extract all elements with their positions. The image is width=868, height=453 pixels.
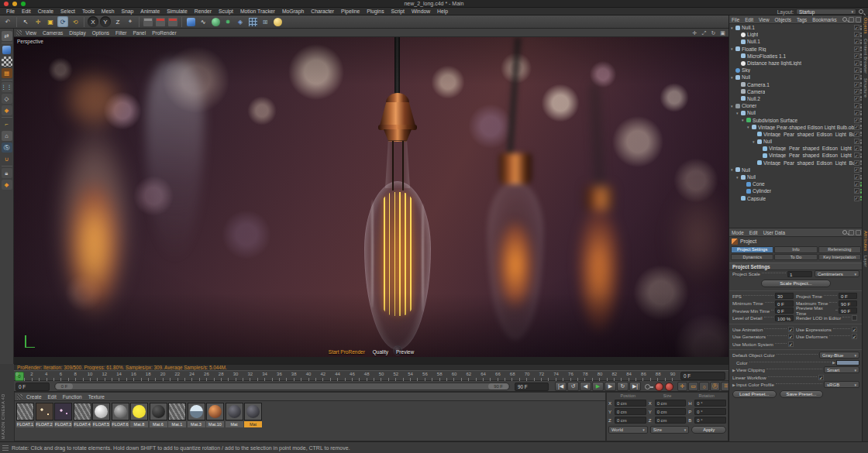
- enable-checkbox[interactable]: ✓: [854, 160, 859, 166]
- previous-frame-button[interactable]: ◀: [580, 382, 591, 391]
- material-mat-6[interactable]: Mat.6: [150, 403, 167, 427]
- panel-menu-icon[interactable]: [856, 17, 861, 22]
- enable-checkbox[interactable]: ✓: [854, 125, 859, 130]
- color-swatch[interactable]: [836, 360, 859, 365]
- material-float-3[interactable]: FLOAT.3: [54, 403, 72, 427]
- rotation-p-input[interactable]: 0 °: [694, 408, 726, 415]
- tree-item-vintage-pear-shaped-edison-light-bulb-screw-cap[interactable]: Vintage_Pear_shaped_Edison_Light_Bulb_sc…: [729, 131, 863, 138]
- add-deformer-button[interactable]: ◈: [235, 16, 246, 27]
- apply-button[interactable]: Apply: [691, 426, 726, 434]
- rotate-tool-icon[interactable]: ⟳: [57, 16, 68, 27]
- add-light-button[interactable]: [272, 16, 283, 27]
- object-manager-menu-file[interactable]: File: [732, 17, 739, 22]
- keyframe-icon[interactable]: [643, 382, 653, 391]
- project-time-input[interactable]: 0 F: [839, 293, 857, 299]
- viewport-menu-view[interactable]: View: [26, 30, 36, 36]
- object-manager-menu-bookmarks[interactable]: Bookmarks: [812, 17, 837, 22]
- edges-mode-icon[interactable]: ◇: [2, 94, 12, 104]
- coordinate-space-dropdown[interactable]: World▾: [608, 426, 648, 434]
- tab-info[interactable]: Info: [774, 246, 817, 253]
- enable-checkbox[interactable]: ✓: [854, 25, 859, 30]
- start-prorender-link[interactable]: Start ProRender: [329, 349, 365, 355]
- material-thumbnail[interactable]: [92, 403, 110, 420]
- add-subdivision-button[interactable]: [210, 16, 221, 27]
- tree-item-null[interactable]: ▾Null✓: [729, 138, 863, 145]
- move-tool-icon[interactable]: ✛: [33, 16, 43, 27]
- enable-checkbox[interactable]: ✓: [854, 181, 859, 187]
- use-generators-checkbox[interactable]: ✓: [788, 334, 794, 339]
- viewport-menu-filter[interactable]: Filter: [115, 30, 126, 36]
- current-frame-field[interactable]: 0 F: [680, 372, 725, 380]
- tree-item-camera-1[interactable]: Camera.1✓: [729, 81, 863, 88]
- side-tab-objects[interactable]: Objects: [863, 18, 868, 34]
- tree-item-microfloaties-1-1[interactable]: MicroFloaties 1.1✓: [729, 53, 863, 60]
- menu-render[interactable]: Render: [195, 9, 212, 14]
- tree-item-null[interactable]: ▾Null✓: [729, 166, 863, 173]
- magnet-icon[interactable]: ∪: [2, 154, 12, 164]
- tree-item-light[interactable]: Light✓: [729, 31, 863, 38]
- enable-checkbox[interactable]: ✓: [854, 153, 859, 158]
- side-tab-layer[interactable]: Layer: [863, 256, 868, 267]
- render-lod-in-editor-checkbox[interactable]: [852, 315, 857, 321]
- polygons-mode-icon[interactable]: ◆: [2, 105, 12, 115]
- tree-item-subdivision-surface[interactable]: ▾Subdivision Surface✓: [729, 116, 863, 123]
- panel-grip-icon[interactable]: [17, 394, 22, 400]
- use-motion-system-checkbox[interactable]: ✓: [788, 341, 794, 347]
- menu-character[interactable]: Character: [311, 9, 334, 14]
- material-thumbnail[interactable]: [112, 403, 129, 420]
- menu-window[interactable]: Window: [412, 9, 430, 14]
- render-view-button[interactable]: [143, 16, 153, 27]
- tree-item-sky[interactable]: Sky✓: [729, 67, 863, 74]
- record-parameter-toggle[interactable]: Ⓟ: [710, 382, 720, 391]
- linear-workflow-checkbox[interactable]: ✓: [818, 375, 824, 380]
- menu-tools[interactable]: Tools: [82, 9, 95, 14]
- z-axis-lock-button[interactable]: Z: [112, 16, 123, 27]
- viewport-rotate-icon[interactable]: ↻: [710, 29, 717, 36]
- material-menu-function[interactable]: Function: [63, 394, 82, 400]
- enable-checkbox[interactable]: ✓: [854, 82, 859, 88]
- material-mat[interactable]: Mat: [244, 403, 262, 427]
- preview-link[interactable]: Preview: [396, 349, 414, 355]
- enable-checkbox[interactable]: ✓: [854, 53, 859, 59]
- enable-checkbox[interactable]: ✓: [854, 96, 859, 101]
- tree-item-vintage-pear-shaped-edison-light-bulb-glass-bulb[interactable]: Vintage_Pear_shaped_Edison_Light_Bulb_gl…: [729, 160, 863, 166]
- rotation-b-input[interactable]: 0 °: [694, 417, 726, 424]
- add-camera-button[interactable]: ⊞: [260, 16, 270, 27]
- enable-checkbox[interactable]: ✓: [854, 32, 859, 37]
- object-manager-menu-edit[interactable]: Edit: [745, 17, 753, 22]
- menu-simulate[interactable]: Simulate: [167, 9, 187, 14]
- tree-item-vintage-pear-shaped-edison-light-bulb-wires-1[interactable]: Vintage_Pear_shaped_Edison_Light_Bulb_wi…: [729, 152, 863, 159]
- viewport-solo-icon[interactable]: ⌂: [2, 131, 12, 141]
- record-keyframe-button[interactable]: [655, 383, 663, 391]
- attribute-menu-user-data[interactable]: User Data: [763, 230, 785, 235]
- rotation-h-input[interactable]: 0 °: [694, 400, 726, 407]
- menu-pipeline[interactable]: Pipeline: [341, 9, 360, 14]
- material-thumbnail[interactable]: [168, 403, 186, 420]
- tab-to-do[interactable]: To Do: [774, 254, 817, 261]
- side-tab-attributes[interactable]: Attributes: [863, 231, 868, 251]
- add-spline-button[interactable]: ∿: [198, 16, 208, 27]
- tree-item-null[interactable]: ▾Null✓: [729, 109, 863, 116]
- live-selection-icon[interactable]: ↖: [20, 16, 31, 27]
- object-manager-menu-objects[interactable]: Objects: [775, 17, 791, 22]
- next-frame-button[interactable]: ▶: [604, 382, 616, 391]
- enable-checkbox[interactable]: ✓: [854, 46, 859, 52]
- enable-checkbox[interactable]: ✓: [854, 74, 859, 80]
- menu-help[interactable]: Help: [437, 9, 448, 14]
- x-axis-lock-button[interactable]: X: [88, 16, 98, 27]
- enable-checkbox[interactable]: ✓: [854, 188, 859, 194]
- tree-item-distance-haze-lightlight[interactable]: Distance haze lightLight✓: [729, 60, 863, 67]
- material-menu-create[interactable]: Create: [26, 394, 42, 400]
- menu-select[interactable]: Select: [60, 9, 75, 14]
- project-scale-unit-dropdown[interactable]: Centimeters▾: [815, 270, 859, 277]
- render-settings-button[interactable]: [167, 16, 178, 27]
- timeline-ruler[interactable]: 0 0 F 0246810121416182022242628303234363…: [14, 370, 728, 381]
- render-scene[interactable]: Perspective Start ProRender Quality Prev…: [14, 37, 728, 357]
- range-start-grip[interactable]: 0 F: [56, 383, 73, 390]
- material-mat-3[interactable]: Mat.3: [188, 403, 205, 427]
- attribute-menu-edit[interactable]: Edit: [749, 230, 758, 235]
- record-rotation-toggle[interactable]: ○: [699, 382, 709, 391]
- enable-checkbox[interactable]: ✓: [854, 174, 859, 180]
- material-thumbnail[interactable]: [244, 403, 262, 420]
- object-manager-menu-view[interactable]: View: [759, 17, 770, 22]
